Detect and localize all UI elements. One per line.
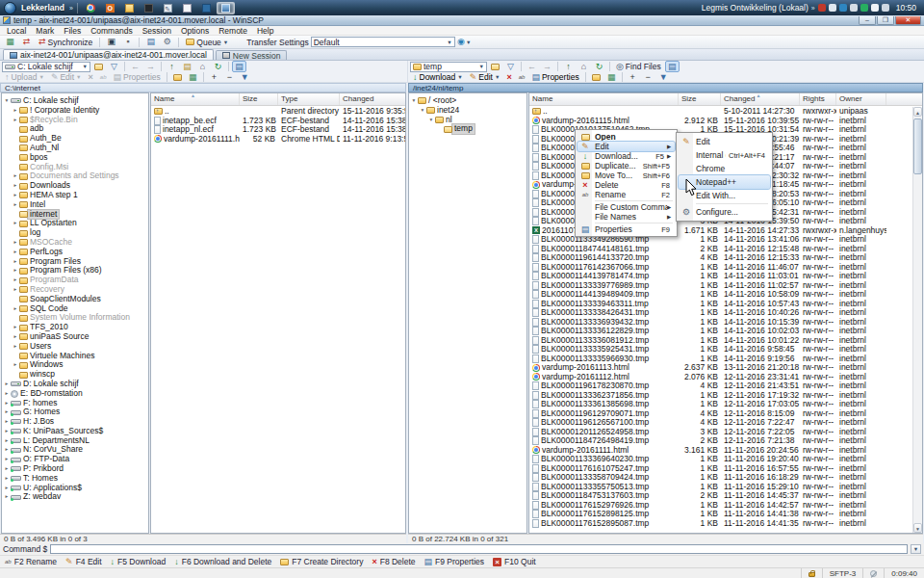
expander-icon[interactable]: ▸: [12, 323, 19, 332]
tree-item-auth-be[interactable]: Auth_Be: [2, 134, 148, 144]
menu-help[interactable]: Help: [252, 26, 278, 36]
tree-item-z-webdav[interactable]: ▸Z: webdav: [2, 492, 148, 502]
fkey-f9-button[interactable]: ▤F9 Properties: [424, 557, 485, 566]
expander-icon[interactable]: ▸: [12, 332, 19, 342]
tree-item-system-volume-information[interactable]: System Volume Information: [2, 313, 148, 323]
tree-item-p-prikbord[interactable]: ▸P: Prikbord: [2, 464, 148, 474]
taskbar-document-button[interactable]: [178, 2, 196, 14]
plug-button[interactable]: ▪: [120, 37, 135, 48]
file-row-blk00001184753137603-tmp[interactable]: BLK00001184753137603.tmp2 KB11-11-2016 1…: [529, 491, 912, 501]
tree-item-d-lokale-schijf[interactable]: ▸D: Lokale schijf: [2, 380, 148, 389]
column-header-changed[interactable]: Changed: [340, 93, 405, 105]
tray-volume-icon[interactable]: [882, 4, 889, 12]
tree-item-l-departmentsnl[interactable]: ▸L: DepartmentsNL: [2, 436, 148, 446]
tree-item-config-msi[interactable]: Config.Msi: [2, 163, 148, 172]
tree-toggle-button[interactable]: ▤: [665, 61, 680, 72]
new-folder-button[interactable]: [170, 72, 185, 82]
menu-local[interactable]: Local: [2, 26, 31, 36]
file-row-blk00001176152976926-tmp[interactable]: BLK00001176152976926.tmp1 KB11-11-2016 1…: [529, 501, 912, 511]
grid-button[interactable]: ▦: [186, 72, 200, 82]
rename-button[interactable]: ab: [516, 72, 528, 82]
fkey-f7-button[interactable]: F7 Create Directory: [280, 557, 363, 566]
expander-icon[interactable]: ▸: [3, 455, 11, 464]
notifications-status[interactable]: [862, 568, 884, 578]
file-row-[interactable]: ..Parent directory15-11-2016 9:35:57: [151, 107, 405, 117]
taskbar-outlook-button[interactable]: O: [101, 2, 119, 14]
file-row-vardump-20161115-html[interactable]: vardump-20161115.html2.912 KB15-11-2016 …: [529, 117, 912, 126]
edit-submenu-item-configure[interactable]: ⚙Configure...: [679, 205, 770, 219]
tree-item-bpos[interactable]: bpos: [2, 153, 148, 163]
file-row-blk00001133361385698-tmp[interactable]: BLK00001133361385698.tmp1 KB12-11-2016 1…: [529, 400, 912, 409]
tree-item-k-unipaas-sources[interactable]: ▸K: UniPaas_Sources$: [2, 427, 148, 436]
expander-icon[interactable]: ▸: [3, 417, 11, 427]
file-row-vardump-20161112-html[interactable]: vardump-20161112.html2.076 KB12-11-2016 …: [529, 373, 912, 382]
file-row-blk00001176161075247-tmp[interactable]: BLK00001176161075247.tmp1 KB11-11-2016 1…: [529, 464, 912, 474]
command-input[interactable]: [50, 544, 908, 554]
forward-button[interactable]: →: [540, 61, 554, 72]
taskbar-chrome-button[interactable]: [82, 2, 100, 14]
column-header-owner[interactable]: Owner: [836, 93, 886, 105]
tree-item-root[interactable]: ▾/ <root>: [409, 96, 526, 106]
column-header-size[interactable]: Size: [679, 93, 721, 105]
tree-item-programdata[interactable]: ▸ProgramData: [2, 276, 148, 285]
column-header-name[interactable]: Name: [529, 93, 679, 105]
back-button[interactable]: ←: [525, 61, 539, 72]
taskbar-explorer-button[interactable]: [120, 2, 139, 14]
filter-button[interactable]: ▽: [107, 61, 121, 72]
file-row-blk00001184744148161-tmp[interactable]: BLK00001184744148161.tmp2 KB14-11-2016 1…: [529, 245, 912, 254]
menu-session[interactable]: Session: [138, 26, 176, 36]
menu-commands[interactable]: Commands: [86, 26, 137, 36]
expander-icon[interactable]: ▸: [12, 200, 19, 210]
file-row-vardump-20161111-ht[interactable]: vardump-20161111.ht...52 KBChrome HTML D…: [151, 135, 405, 144]
file-row-blk00001196126567100-tmp[interactable]: BLK00001196126567100.tmp4 KB12-11-2016 7…: [529, 418, 912, 428]
fkey-f2-button[interactable]: abF2 Rename: [5, 557, 57, 566]
expander-icon[interactable]: ▸: [12, 285, 19, 295]
context-menu-item-rename[interactable]: abRenameF2: [578, 190, 675, 199]
file-row-blk00001133339776989-tmp[interactable]: BLK00001133339776989.tmp1 KB14-11-2016 1…: [529, 281, 912, 291]
tree-item-unipaas-source[interactable]: ▸uniPaaS Source: [2, 332, 148, 342]
grid-button[interactable]: ▦: [604, 72, 619, 82]
tree-item-users[interactable]: ▸Users: [2, 342, 148, 352]
start-button-icon[interactable]: [4, 2, 16, 14]
file-row-vardump-20161113-html[interactable]: vardump-20161113.html2.637 KB13-11-2016 …: [529, 363, 912, 373]
file-row-blk00001133335925431-tmp[interactable]: BLK00001133335925431.tmp1 KB14-11-2016 9…: [529, 345, 912, 355]
tray-action-center-icon[interactable]: [871, 4, 879, 12]
tree-item-intel[interactable]: ▸Intel: [2, 200, 148, 210]
column-header-changed[interactable]: Changed▲: [721, 93, 800, 105]
tree-item-log[interactable]: log: [2, 228, 148, 238]
expander-icon[interactable]: ▸: [12, 360, 19, 370]
column-header-rights[interactable]: Rights: [800, 93, 836, 105]
tree-item-windows[interactable]: ▸Windows: [2, 360, 148, 370]
taskbar-console-button[interactable]: [140, 2, 158, 14]
tree-item-g-homes[interactable]: ▸G: Homes: [2, 407, 148, 417]
filter-button[interactable]: ▽: [503, 61, 518, 72]
context-menu-item-edit[interactable]: ✎Edit▶: [578, 142, 675, 151]
refresh-button[interactable]: ↻: [211, 61, 225, 72]
edit-submenu-item-chrome[interactable]: Chrome: [679, 162, 770, 175]
taskbar-remote-desktop-button[interactable]: [217, 2, 235, 14]
tree-toggle-button[interactable]: ▤: [232, 61, 246, 72]
minimize-button[interactable]: –: [859, 16, 876, 25]
tree-item-nl[interactable]: ▾nl: [409, 116, 526, 125]
tree-item-tfs-2010[interactable]: ▸TFS_2010: [2, 323, 148, 332]
column-header-size[interactable]: Size: [240, 93, 278, 105]
window-titlebar[interactable]: temp - aix-inet24-001/unipaas@aix-inet24…: [0, 15, 924, 26]
local-path-bar[interactable]: C:\internet: [0, 83, 406, 92]
tree-item-soapclientmodules[interactable]: SoapClientModules: [2, 295, 148, 304]
tree-item-c-lokale-schijf[interactable]: ▾C: Lokale schijf: [2, 96, 148, 106]
transfer-options-button[interactable]: ◉ ▼: [457, 37, 472, 48]
expander-icon[interactable]: ▾: [419, 106, 426, 116]
menu-mark[interactable]: Mark: [31, 26, 59, 36]
menu-files[interactable]: Files: [59, 26, 86, 36]
tree-item-ll-opstarten[interactable]: ▸LL Opstarten: [2, 219, 148, 228]
expander-icon[interactable]: ▾: [410, 96, 418, 106]
tree-item-auth-nl[interactable]: Auth_Nl: [2, 144, 148, 153]
rename-button[interactable]: ab: [97, 72, 110, 82]
remote-directory-select[interactable]: temp ▼: [410, 62, 487, 72]
forward-button[interactable]: →: [143, 61, 158, 72]
expander-icon[interactable]: ▸: [12, 304, 19, 314]
edit-submenu-item-edit[interactable]: ✎Edit: [679, 135, 770, 148]
maximize-button[interactable]: ❐: [877, 16, 894, 25]
expander-icon[interactable]: ▾: [3, 96, 11, 106]
context-menu-item-move-to[interactable]: Move To...Shift+F6: [578, 171, 675, 180]
